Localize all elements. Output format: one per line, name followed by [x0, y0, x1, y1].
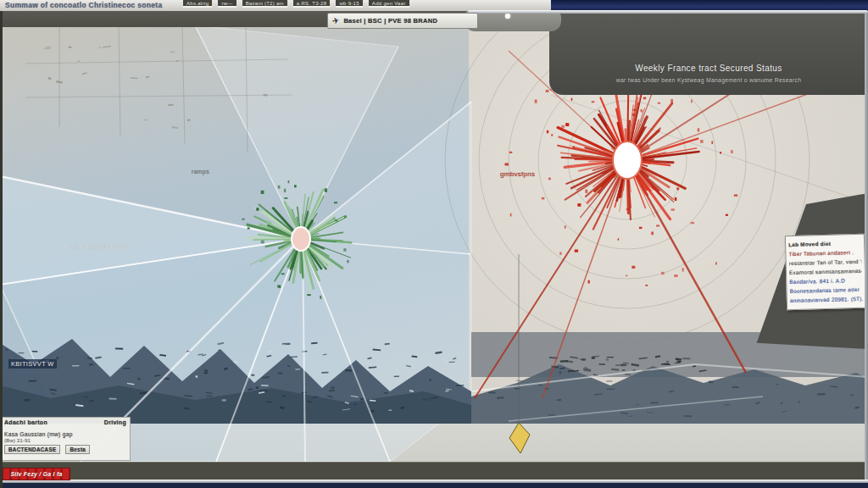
legend-button-1[interactable]: BACTENDACASE	[4, 445, 60, 454]
legend-button-2[interactable]: Besta	[65, 445, 90, 454]
legend-title: Adachi barton	[4, 419, 47, 425]
menu-item[interactable]: a.RS. T3-28	[293, 0, 331, 8]
map-label-faint: rim wnnvrlli BwD	[71, 243, 125, 251]
legend-subline: (Bw) 21-91	[4, 438, 126, 443]
app-window: rim wnnvrlli BwD gmbvsfpns ramps KBITISV…	[0, 0, 868, 488]
red-brand-badge[interactable]: Silv Fezy / Ga I fa	[3, 468, 70, 480]
window-title: Summaw of concoatlo Christinecoc soneta	[5, 1, 163, 9]
menu-item[interactable]: rw—	[218, 0, 236, 8]
window-edge-left	[0, 0, 3, 488]
route-tab[interactable]: ✈ Basel | BSC | PVE 98 BRAND	[327, 13, 478, 29]
window-edge-right[interactable]	[865, 11, 868, 480]
overlay-subtitle: war twas Under been Kystweag Management …	[616, 77, 801, 83]
legend-line: Kasa Gaussian (mw) gap	[4, 431, 126, 437]
menu-item[interactable]: Add gen Vaar	[369, 0, 409, 8]
info-tooltip-panel[interactable]: Lab Moved diet Tiber Tabunan andasert . …	[785, 234, 866, 310]
map-label-red: gmbvsfpns	[500, 170, 535, 178]
bottom-navy-strip	[0, 483, 868, 488]
route-tab-label: Basel | BSC | PVE 98 BRAND	[343, 17, 437, 25]
plane-icon: ✈	[331, 15, 340, 26]
overlay-title: Weekly France tract Secured Status	[635, 64, 782, 73]
divider-line	[468, 10, 868, 14]
map-label-gray: ramps	[192, 169, 209, 175]
taskbar	[0, 462, 868, 480]
menu-item[interactable]: wb 9-15	[336, 0, 362, 8]
status-dot	[505, 14, 510, 19]
menu-bar: Abs.alrtg rw— Bazant (72) am a.RS. T3-28…	[183, 0, 553, 10]
legend-panel[interactable]: Adachi barton Driving Kasa Gaussian (mw)…	[0, 417, 131, 461]
menu-item[interactable]: Abs.alrtg	[183, 0, 212, 8]
status-overlay-panel: Weekly France tract Secured Status war t…	[549, 13, 868, 95]
legend-mode: Driving	[104, 419, 126, 425]
map-sign-label: KBITISVVT W	[8, 359, 57, 369]
info-line: anmanaviarvad 20981. (5T).	[790, 294, 863, 305]
menu-item[interactable]: Bazant (72) am	[242, 0, 287, 8]
